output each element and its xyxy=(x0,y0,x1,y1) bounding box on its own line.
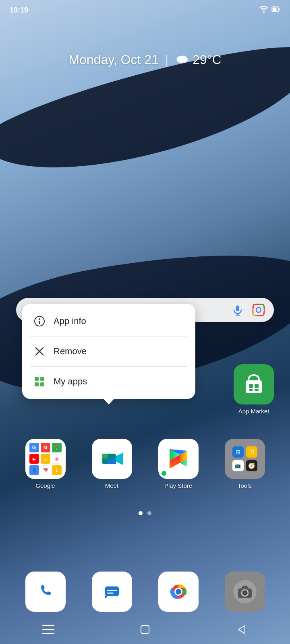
appinfo-label: App info xyxy=(54,316,86,326)
divider: | xyxy=(165,52,168,67)
status-icons xyxy=(259,6,280,15)
app-grid: G M 📍 ▶ △ 🌸 👤 📅 1 Google xyxy=(16,439,274,489)
svg-marker-59 xyxy=(238,625,245,634)
svg-point-21 xyxy=(39,318,40,320)
weather-info: 29°C xyxy=(175,52,222,67)
tools-icon: ⊞ ⏱ 📺 🧭 xyxy=(225,439,265,479)
cloud-icon xyxy=(175,53,189,67)
svg-rect-22 xyxy=(39,321,40,324)
meet-name: Meet xyxy=(105,482,118,489)
svg-rect-7 xyxy=(236,305,239,311)
svg-rect-37 xyxy=(108,458,116,464)
divider-1 xyxy=(30,336,187,336)
page-dot-2 xyxy=(147,511,151,515)
svg-rect-55 xyxy=(42,625,54,626)
voice-search-button[interactable] xyxy=(230,303,245,317)
svg-rect-31 xyxy=(255,384,259,388)
chrome-icon xyxy=(158,572,199,612)
svg-rect-19 xyxy=(263,312,264,316)
appmarket-item[interactable]: App Market xyxy=(234,364,274,415)
context-menu-item-appinfo[interactable]: App info xyxy=(22,308,195,334)
svg-rect-58 xyxy=(141,625,149,634)
meet-item[interactable]: Meet xyxy=(83,439,141,489)
svg-rect-33 xyxy=(255,389,259,391)
svg-marker-35 xyxy=(116,453,123,465)
svg-rect-36 xyxy=(102,454,108,458)
svg-rect-27 xyxy=(35,382,39,386)
messages-icon xyxy=(92,572,132,612)
svg-rect-13 xyxy=(253,304,254,308)
svg-point-11 xyxy=(256,308,261,312)
svg-rect-30 xyxy=(249,384,253,388)
svg-point-53 xyxy=(244,592,246,594)
svg-rect-56 xyxy=(42,629,54,630)
grid-icon xyxy=(33,376,46,388)
phone-icon xyxy=(25,572,66,612)
context-menu-item-myapps[interactable]: My apps xyxy=(22,368,195,395)
google-folder-name: Google xyxy=(35,482,55,489)
tools-name: Tools xyxy=(238,482,252,489)
dock xyxy=(16,572,274,612)
dock-messages-item[interactable] xyxy=(83,572,141,612)
divider-2 xyxy=(30,366,187,367)
nav-back-button[interactable] xyxy=(232,619,252,640)
google-folder-icon: G M 📍 ▶ △ 🌸 👤 📅 1 xyxy=(25,439,66,479)
context-menu-item-remove[interactable]: Remove xyxy=(22,338,195,365)
svg-point-6 xyxy=(180,56,184,61)
svg-rect-26 xyxy=(40,377,44,381)
svg-point-48 xyxy=(176,589,181,594)
temperature: 29°C xyxy=(193,52,222,67)
svg-rect-1 xyxy=(273,7,277,11)
meet-icon xyxy=(92,439,132,479)
lens-search-button[interactable] xyxy=(251,303,266,317)
svg-rect-28 xyxy=(40,382,44,386)
wifi-icon xyxy=(259,6,268,15)
nav-home-button[interactable] xyxy=(135,619,155,640)
playstore-name: Play Store xyxy=(164,482,192,489)
dock-phone-item[interactable] xyxy=(16,572,75,612)
page-indicators xyxy=(139,511,151,515)
playstore-icon xyxy=(158,439,199,479)
svg-rect-15 xyxy=(263,304,264,308)
appmarket-name: App Market xyxy=(238,408,269,415)
search-action-icons xyxy=(230,303,266,317)
myapps-label: My apps xyxy=(54,376,87,387)
svg-point-38 xyxy=(34,580,57,603)
svg-rect-29 xyxy=(246,380,262,393)
info-icon xyxy=(33,315,46,327)
svg-rect-10 xyxy=(253,304,264,316)
dock-camera-item[interactable] xyxy=(215,572,274,612)
nav-menu-button[interactable] xyxy=(38,619,58,640)
dock-chrome-item[interactable] xyxy=(149,572,207,612)
svg-rect-25 xyxy=(35,377,39,381)
tools-item[interactable]: ⊞ ⏱ 📺 🧭 Tools xyxy=(215,439,274,489)
svg-rect-17 xyxy=(253,312,254,316)
svg-rect-32 xyxy=(249,389,253,391)
playstore-item[interactable]: Play Store xyxy=(149,439,207,489)
svg-rect-2 xyxy=(279,8,280,10)
appmarket-icon xyxy=(234,364,274,405)
date-text: Monday, Oct 21 xyxy=(68,52,159,67)
status-bar: 19:19 xyxy=(0,0,290,20)
status-time: 19:19 xyxy=(10,6,28,14)
page-dot-1 xyxy=(139,511,143,515)
camera-icon xyxy=(225,572,265,612)
battery-icon xyxy=(271,6,280,15)
nav-bar xyxy=(0,615,290,644)
svg-rect-57 xyxy=(42,633,54,634)
context-menu: App info Remove My apps xyxy=(22,304,195,399)
svg-point-54 xyxy=(245,589,247,590)
google-folder-item[interactable]: G M 📍 ▶ △ 🌸 👤 📅 1 Google xyxy=(16,439,75,489)
remove-icon xyxy=(33,345,46,357)
svg-rect-42 xyxy=(107,590,117,591)
remove-label: Remove xyxy=(54,346,87,357)
svg-rect-43 xyxy=(107,592,114,594)
date-weather-widget: Monday, Oct 21 | 29°C xyxy=(68,52,221,67)
